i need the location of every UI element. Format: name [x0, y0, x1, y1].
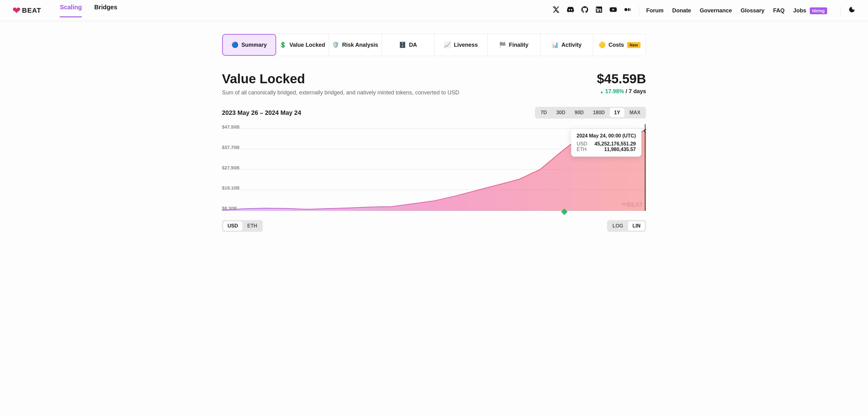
dollar-icon: 💲 — [280, 41, 286, 48]
page-title: Value Locked — [222, 71, 459, 86]
chart-area[interactable]: $47.50B $37.70B $27.90B $18.10B $8.30B — [222, 124, 646, 217]
tab-summary[interactable]: 🔵 Summary — [222, 34, 276, 56]
tab-summary-label: Summary — [242, 42, 267, 48]
arrow-up-icon: ▲ — [600, 90, 603, 94]
youtube-icon[interactable] — [610, 6, 617, 15]
tab-costs[interactable]: 🟡 Costs New — [593, 34, 646, 56]
range-180d[interactable]: 180D — [589, 108, 609, 117]
tab-value-locked[interactable]: 💲 Value Locked — [276, 34, 329, 56]
theme-toggle[interactable] — [840, 6, 856, 15]
chart-tooltip: 2024 May 24, 00:00 (UTC) USD 45,252,176,… — [571, 129, 642, 157]
scale-lin[interactable]: LIN — [628, 221, 645, 231]
tooltip-usd-value: 45,252,176,551.29 — [595, 141, 636, 147]
range-max[interactable]: MAX — [625, 108, 645, 117]
change-row: ▲ 17.98% / 7 days — [597, 88, 646, 95]
pulse-icon: 📈 — [444, 41, 451, 48]
tab-activity-label: Activity — [561, 42, 582, 48]
discord-icon[interactable] — [567, 6, 574, 15]
currency-usd[interactable]: USD — [223, 221, 242, 231]
medium-icon[interactable] — [624, 6, 631, 15]
new-badge: New — [627, 42, 641, 48]
github-icon[interactable] — [581, 6, 588, 15]
currency-eth[interactable]: ETH — [243, 221, 261, 231]
scale-toggle: LOG LIN — [607, 220, 646, 232]
link-donate[interactable]: Donate — [672, 7, 691, 14]
database-icon: 🗄️ — [399, 41, 406, 48]
logo[interactable]: ❤ BEAT — [12, 5, 41, 17]
svg-point-2 — [630, 8, 630, 11]
tab-da-label: DA — [409, 42, 417, 48]
hover-line — [645, 124, 645, 211]
nav-bridges[interactable]: Bridges — [94, 4, 117, 17]
tab-costs-label: Costs — [609, 42, 624, 48]
link-forum[interactable]: Forum — [646, 7, 663, 14]
tab-da[interactable]: 🗄️ DA — [382, 34, 435, 56]
range-1y[interactable]: 1Y — [610, 108, 625, 117]
heart-icon: ❤ — [12, 5, 21, 17]
svg-point-0 — [624, 8, 627, 11]
logo-text: BEAT — [22, 6, 41, 14]
svg-point-1 — [628, 8, 630, 11]
range-90d[interactable]: 90D — [570, 108, 588, 117]
change-percent: 17.98% — [605, 88, 624, 94]
flag-icon: 🏁 — [499, 41, 506, 48]
link-glossary[interactable]: Glossary — [741, 7, 764, 14]
currency-toggle: USD ETH — [222, 220, 263, 232]
page-subtitle: Sum of all canonically bridged, external… — [222, 90, 459, 96]
tab-finality-label: Finality — [509, 42, 528, 48]
category-tabs: 🔵 Summary 💲 Value Locked 🛡️ Risk Analysi… — [222, 34, 646, 56]
tab-liveness[interactable]: 📈 Liveness — [435, 34, 488, 56]
tab-liveness-label: Liveness — [454, 42, 478, 48]
tab-activity[interactable]: 📊 Activity — [540, 34, 593, 56]
tooltip-usd-label: USD — [577, 141, 587, 147]
tab-risk[interactable]: 🛡️ Risk Analysis — [329, 34, 382, 56]
tab-finality[interactable]: 🏁 Finality — [488, 34, 540, 56]
jobs-label: Jobs — [794, 7, 806, 13]
tooltip-eth-value: 11,980,435.57 — [604, 147, 636, 152]
tab-risk-label: Risk Analysis — [342, 42, 378, 48]
total-value: $45.59B — [597, 71, 646, 86]
coin-icon: 🟡 — [599, 41, 606, 48]
x-icon[interactable] — [553, 6, 560, 15]
chart-icon: 📊 — [552, 41, 558, 48]
link-governance[interactable]: Governance — [700, 7, 732, 14]
range-selector: 7D 30D 90D 180D 1Y MAX — [535, 107, 646, 119]
tooltip-eth-label: ETH — [577, 147, 587, 152]
range-7d[interactable]: 7D — [536, 108, 551, 117]
change-period: / 7 days — [626, 88, 646, 94]
link-jobs[interactable]: Jobs Hiring — [794, 7, 827, 14]
tab-value-locked-label: Value Locked — [289, 42, 325, 48]
pie-icon: 🔵 — [231, 41, 238, 48]
watermark: ❤BEAT — [621, 201, 643, 208]
date-range: 2023 May 26 – 2024 May 24 — [222, 109, 301, 117]
link-faq[interactable]: FAQ — [773, 7, 785, 14]
scale-log[interactable]: LOG — [608, 221, 628, 231]
range-30d[interactable]: 30D — [552, 108, 569, 117]
hiring-badge: Hiring — [810, 7, 827, 14]
shield-icon: 🛡️ — [332, 41, 339, 48]
tooltip-date: 2024 May 24, 00:00 (UTC) — [577, 133, 636, 139]
linkedin-icon[interactable] — [595, 6, 603, 15]
nav-scaling[interactable]: Scaling — [60, 4, 82, 17]
